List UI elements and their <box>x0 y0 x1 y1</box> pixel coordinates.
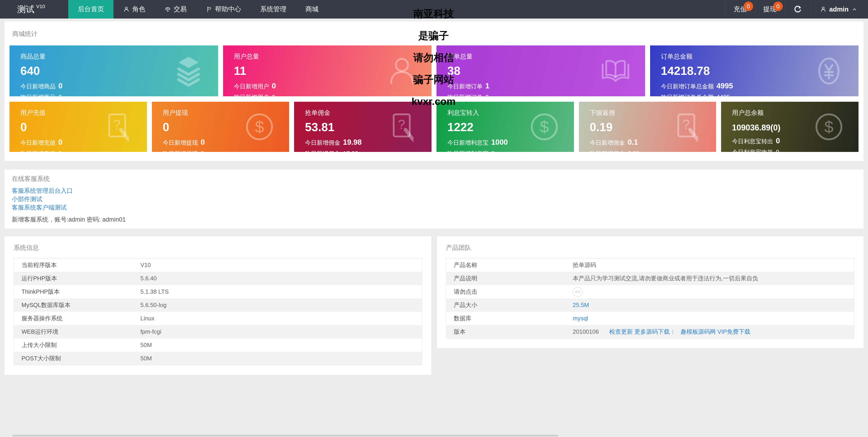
refresh-icon <box>793 4 802 14</box>
stat-line-value: 0 <box>201 138 205 147</box>
stat-line-label: 今日新增利息宝 <box>447 139 489 147</box>
row-label: 版本 <box>446 328 573 336</box>
user-menu[interactable]: admin <box>811 0 868 19</box>
stat-line-label: 昨日新增佣金 <box>590 150 625 152</box>
row-label: 服务器操作系统 <box>14 314 141 322</box>
navbar-right: 充值 0 提现 0 admin <box>725 0 868 19</box>
stat-card-order-amount: 订单总金额 14218.78 今日新增订单总金额4995 昨日新增订单总金额44… <box>650 45 859 96</box>
section-title: 产品团队 <box>446 244 864 252</box>
stat-line-value: 0 <box>272 94 275 96</box>
table-row: 数据库 mysql <box>446 312 855 325</box>
stat-line-value: 0 <box>272 82 276 90</box>
row-label: ThinkPHP版本 <box>14 288 141 296</box>
stat-line-label: 昨日新增订单总金额 <box>661 93 714 96</box>
refresh-button[interactable] <box>784 0 811 19</box>
widget-test-link[interactable]: 小部件测试 <box>12 195 856 204</box>
table-row: 上传大小限制50M <box>14 338 422 352</box>
table-row: 产品大小 25.5M <box>446 299 855 312</box>
row-label: WEB运行环境 <box>14 328 141 336</box>
service-links: 客服系统管理后台入口 小部件测试 客服系统客户端测试 <box>12 187 856 212</box>
chevron-up-icon <box>852 6 857 12</box>
stat-line-value: 0 <box>201 150 204 152</box>
shop-statistics-panel: 商城统计 商品总量 640 今日新增商品0 昨日新增商品0 用户总量 11 今日… <box>4 22 864 161</box>
stat-line-label: 昨日新增用户 <box>234 93 269 96</box>
stat-line-value: 0 <box>58 138 62 147</box>
broken-image-404-icon: 404 <box>573 287 583 297</box>
service-client-test-link[interactable]: 客服系统客户端测试 <box>12 204 856 212</box>
tab-help-center-label: 帮助中心 <box>215 5 241 14</box>
stat-card-total-orders: 订单总量 38 今日新增订单1 昨日新增订单2 <box>436 45 645 96</box>
online-service-panel: 在线客服系统 客服系统管理后台入口 小部件测试 客服系统客户端测试 新增客服系统… <box>4 169 864 228</box>
template-site-link[interactable]: 趣模板源码网 VIP免费下载 <box>680 328 750 336</box>
tab-system-management[interactable]: 系统管理 <box>251 0 296 19</box>
row-value: 5.6.50-log <box>141 302 166 309</box>
stat-line-value: 0 <box>776 149 779 152</box>
stat-line-value: 0 <box>491 150 495 152</box>
row-label: 产品名称 <box>446 261 573 269</box>
row-value: 50M <box>141 342 152 349</box>
product-size-link[interactable]: 25.5M <box>573 302 589 309</box>
top-navbar: 测试 V10 后台首页 角色 交易 帮助中心 系统管理 商城 充值 0 <box>0 0 868 19</box>
tab-roles-label: 角色 <box>132 5 145 14</box>
stat-line-label: 昨日新增提现 <box>163 150 198 152</box>
app-brand[interactable]: 测试 V10 <box>0 0 68 19</box>
row-label: 产品大小 <box>446 301 573 309</box>
flag-icon <box>206 6 213 13</box>
stat-line-value: 4495 <box>717 94 730 96</box>
stat-line-label: 昨日新增利息宝 <box>447 150 489 152</box>
table-row: 版本 20100106 检查更新 更多源码下载： 趣模板源码网 VIP免费下载 <box>446 325 855 338</box>
section-title: 商城统计 <box>12 30 859 38</box>
tab-shop[interactable]: 商城 <box>296 0 328 19</box>
tab-dashboard[interactable]: 后台首页 <box>68 0 114 19</box>
row-label: 运行PHP版本 <box>14 275 141 282</box>
stat-card-sub-rebate: 下级返佣 0.19 今日新增佣金0.1 昨日新增佣金0.09 <box>579 102 716 152</box>
bottom-panels: 系统信息 当前程序版本V10 运行PHP版本5.6.40 ThinkPHP版本5… <box>4 236 864 375</box>
memo-pencil-icon <box>99 109 135 145</box>
user-icon <box>123 6 130 13</box>
stat-line-label: 今日新增提现 <box>163 139 198 147</box>
row-label: 请勿点击 <box>446 288 573 296</box>
recharge-button[interactable]: 充值 0 <box>725 0 755 19</box>
table-row: 产品名称 抢单源码 <box>446 258 855 272</box>
stat-card-interest-in: 利息宝转入 1222 今日新增利息宝1000 昨日新增利息宝0 <box>436 102 574 152</box>
stat-line-value: 0.1 <box>628 138 638 147</box>
stats-row-1: 商品总量 640 今日新增商品0 昨日新增商品0 用户总量 11 今日新增用户0… <box>9 45 859 96</box>
withdraw-button[interactable]: 提现 0 <box>755 0 784 19</box>
tab-trade[interactable]: 交易 <box>155 0 196 19</box>
user-icon <box>820 6 827 13</box>
database-link[interactable]: mysql <box>573 315 588 322</box>
row-value: 抢单源码 <box>573 261 596 269</box>
stat-line-label: 昨日新增商品 <box>20 93 56 96</box>
check-update-link[interactable]: 检查更新 更多源码下载： <box>609 328 675 336</box>
service-account-note: 新增客服系统，账号:admin 密码: admin01 <box>12 215 856 224</box>
tab-shop-label: 商城 <box>305 5 318 14</box>
tab-help-center[interactable]: 帮助中心 <box>196 0 251 19</box>
service-admin-entry-link[interactable]: 客服系统管理后台入口 <box>12 187 856 195</box>
dollar-circle-icon <box>526 109 562 145</box>
user-icon <box>384 53 420 89</box>
stat-card-user-withdraw: 用户提现 0 今日新增提现0 昨日新增提现0 <box>152 102 289 152</box>
stat-line-label: 昨日新增充值 <box>20 150 56 152</box>
tab-roles[interactable]: 角色 <box>114 0 155 19</box>
version-number: 20100106 <box>573 328 599 335</box>
table-row: WEB运行环境fpm-fcgi <box>14 325 422 338</box>
stat-line-label: 今日新增佣金 <box>590 139 625 147</box>
stat-line-label: 今日新增商品 <box>20 83 56 90</box>
system-info-table: 当前程序版本V10 运行PHP版本5.6.40 ThinkPHP版本5.1.38… <box>13 258 422 365</box>
row-value: 5.1.38 LTS <box>141 288 168 295</box>
horizontal-scrollbar[interactable] <box>12 435 558 437</box>
row-label: 数据库 <box>446 314 573 322</box>
table-row: 产品说明 本产品只为学习测试交流,请勿要做商业或者用于违法行为,一切后果自负 <box>446 272 855 285</box>
memo-pencil-icon <box>384 109 420 145</box>
row-value: 本产品只为学习测试交流,请勿要做商业或者用于违法行为,一切后果自负 <box>573 275 758 282</box>
stat-card-total-users: 用户总量 11 今日新增用户0 昨日新增用户0 <box>223 45 432 96</box>
stats-row-2: 用户充值 0 今日新增充值0 昨日新增充值0 用户提现 0 今日新增提现0 昨日… <box>9 102 859 152</box>
row-value: 50M <box>141 355 152 362</box>
brand-version: V10 <box>36 4 45 9</box>
book-icon <box>598 53 633 89</box>
stat-card-order-commission: 抢单佣金 53.81 今日新增佣金19.98 昨日新增佣金17.98 <box>294 102 432 152</box>
table-row: 运行PHP版本5.6.40 <box>14 272 422 285</box>
product-team-table: 产品名称 抢单源码 产品说明 本产品只为学习测试交流,请勿要做商业或者用于违法行… <box>446 258 855 339</box>
main-menu: 后台首页 角色 交易 帮助中心 系统管理 商城 <box>68 0 328 19</box>
yen-icon <box>811 53 847 89</box>
